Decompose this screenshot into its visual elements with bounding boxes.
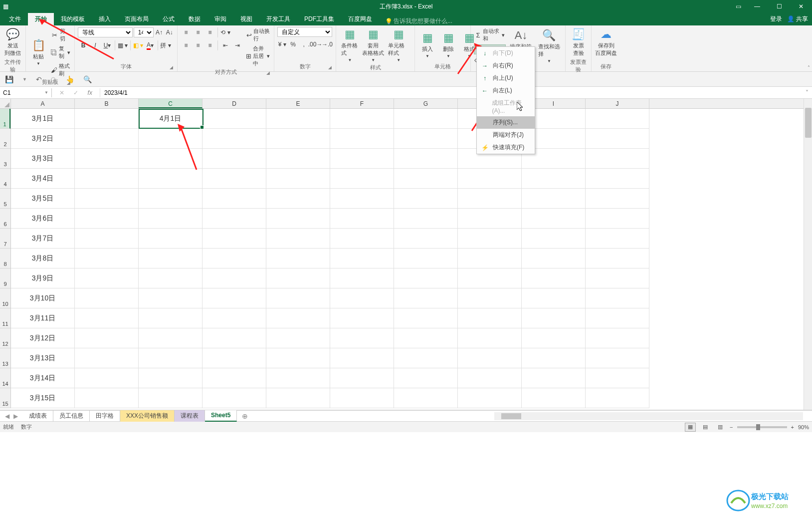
increase-font-button[interactable]: A↑ <box>155 27 164 38</box>
cell[interactable]: 3月14日 <box>11 368 75 388</box>
page-break-view-button[interactable]: ▥ <box>715 423 726 432</box>
cell[interactable] <box>522 328 586 348</box>
fill-flash-item[interactable]: ⚡快速填充(F) <box>477 141 535 154</box>
row-header[interactable]: 5 <box>0 189 10 209</box>
comma-button[interactable]: , <box>299 39 309 50</box>
cell[interactable] <box>203 189 266 209</box>
fill-justify-item[interactable]: 两端对齐(J) <box>477 129 535 141</box>
zoom-level[interactable]: 90% <box>798 424 809 430</box>
horizontal-scrollbar[interactable] <box>494 412 803 420</box>
cancel-formula-button[interactable]: ✕ <box>59 89 64 96</box>
dialog-launcher-icon[interactable]: ◢ <box>266 70 270 75</box>
fx-button[interactable]: fx <box>88 89 92 96</box>
row-header[interactable]: 6 <box>0 209 10 229</box>
cell[interactable] <box>266 149 330 169</box>
maximize-button[interactable]: ☐ <box>768 0 790 13</box>
cell[interactable] <box>75 308 139 328</box>
cell[interactable] <box>522 368 586 388</box>
send-wechat-button[interactable]: 💬 发送 到微信 <box>3 27 22 58</box>
cell[interactable] <box>394 368 458 388</box>
fill-right-item[interactable]: →向右(R) <box>477 59 535 72</box>
decrease-indent-button[interactable]: ⇤ <box>220 40 231 51</box>
column-header[interactable]: E <box>266 99 330 108</box>
cell[interactable] <box>522 209 586 229</box>
row-header[interactable]: 9 <box>0 268 10 288</box>
cell[interactable] <box>458 209 522 229</box>
underline-button[interactable]: U ▾ <box>102 40 113 51</box>
cell[interactable] <box>75 388 139 408</box>
paste-button[interactable]: 📋 粘贴 ▼ <box>29 27 48 78</box>
cell[interactable] <box>203 308 266 328</box>
cell[interactable] <box>75 229 139 249</box>
cell[interactable] <box>75 348 139 368</box>
cell[interactable] <box>586 189 649 209</box>
tab-formulas[interactable]: 公式 <box>156 13 182 25</box>
wrap-text-button[interactable]: ↩自动换行 <box>245 27 271 43</box>
cell[interactable] <box>266 209 330 229</box>
font-color-button[interactable]: A ▾ <box>145 40 156 51</box>
cell[interactable] <box>139 328 203 348</box>
cell[interactable] <box>394 308 458 328</box>
cell[interactable] <box>203 249 266 268</box>
tell-me-input[interactable]: 💡告诉我您想要做什么... <box>385 17 452 25</box>
cell[interactable] <box>394 149 458 169</box>
cell[interactable] <box>522 169 586 189</box>
cell[interactable] <box>203 149 266 169</box>
tab-insert[interactable]: 插入 <box>92 13 118 25</box>
sheet-tab[interactable]: 员工信息 <box>53 410 90 422</box>
cell[interactable] <box>266 348 330 368</box>
cell[interactable]: 3月9日 <box>11 268 75 288</box>
cell[interactable] <box>266 129 330 149</box>
cell[interactable] <box>139 189 203 209</box>
align-right-button[interactable]: ≡ <box>204 40 215 51</box>
phonetic-button[interactable]: 拼 ▾ <box>160 40 171 51</box>
cell[interactable] <box>394 348 458 368</box>
sheet-tab[interactable]: XXX公司销售额 <box>120 410 175 422</box>
align-top-button[interactable]: ≡ <box>181 27 192 38</box>
column-header[interactable]: B <box>75 99 139 108</box>
sheet-nav-next-button[interactable]: ▶ <box>13 413 18 420</box>
save-baidu-button[interactable]: ☁保存到 百度网盘 <box>595 27 617 58</box>
cell[interactable] <box>203 229 266 249</box>
row-header[interactable]: 10 <box>0 288 10 308</box>
decrease-decimal-button[interactable]: →.0 <box>322 39 333 50</box>
row-header[interactable]: 3 <box>0 149 10 169</box>
cell[interactable] <box>139 209 203 229</box>
row-header[interactable]: 11 <box>0 308 10 328</box>
zoom-in-button[interactable]: + <box>791 424 794 430</box>
cell[interactable]: 3月8日 <box>11 249 75 268</box>
tab-file[interactable]: 文件 <box>2 13 28 25</box>
qa-dropdown[interactable]: ▼ <box>22 77 27 82</box>
cell[interactable] <box>330 328 394 348</box>
cell[interactable] <box>522 308 586 328</box>
table-format-button[interactable]: ▦套用 表格格式▼ <box>363 27 384 63</box>
find-select-button[interactable]: 🔍查找和选择▼ <box>536 27 562 65</box>
sheet-tab-active[interactable]: Sheet5 <box>205 410 237 422</box>
tab-templates[interactable]: 我的模板 <box>54 13 92 25</box>
cell[interactable] <box>203 209 266 229</box>
cell[interactable] <box>458 249 522 268</box>
cell[interactable]: 3月5日 <box>11 189 75 209</box>
font-size-select[interactable]: 14 <box>134 27 154 37</box>
dialog-launcher-icon[interactable]: ◢ <box>67 80 70 85</box>
tab-view[interactable]: 视图 <box>233 13 259 25</box>
print-preview-button[interactable]: 🔍 <box>83 75 92 83</box>
close-button[interactable]: ✕ <box>790 0 812 13</box>
fill-color-button[interactable]: ◧ ▾ <box>133 40 144 51</box>
cell[interactable] <box>139 288 203 308</box>
share-button[interactable]: 👤 共享 <box>787 15 808 23</box>
align-middle-button[interactable]: ≡ <box>193 27 203 38</box>
cell[interactable] <box>458 229 522 249</box>
cell[interactable] <box>75 288 139 308</box>
cell-style-button[interactable]: ▦单元格样式▼ <box>386 27 411 63</box>
cell[interactable] <box>586 348 649 368</box>
cell[interactable] <box>394 209 458 229</box>
expand-formula-bar-button[interactable]: ˅ <box>802 89 812 96</box>
cell[interactable] <box>203 348 266 368</box>
cell[interactable] <box>75 268 139 288</box>
cell[interactable] <box>586 249 649 268</box>
fill-up-item[interactable]: ↑向上(U) <box>477 72 535 84</box>
autosum-button[interactable]: Σ自动求和 ▾ <box>474 27 506 43</box>
conditional-format-button[interactable]: ▦条件格式▼ <box>339 27 361 63</box>
cell[interactable]: 3月13日 <box>11 348 75 368</box>
